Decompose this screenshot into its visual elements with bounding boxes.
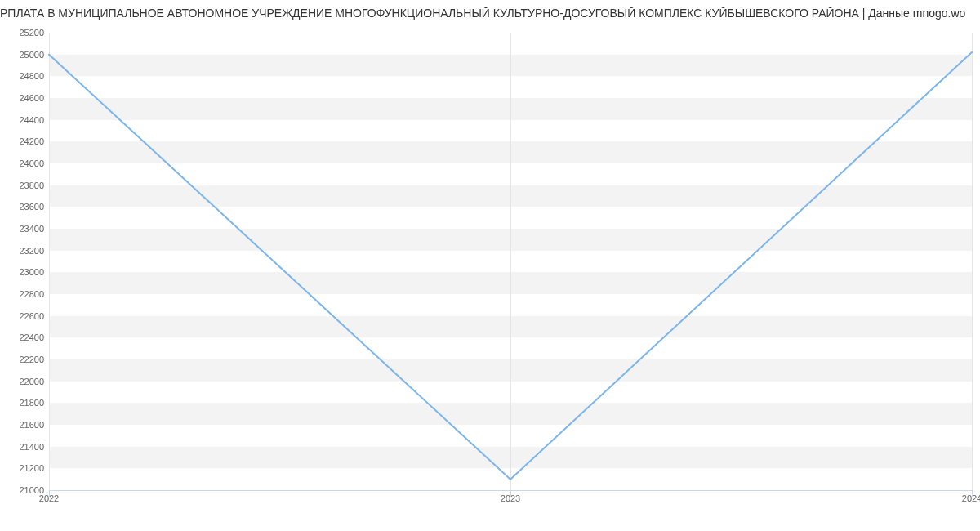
y-tick-label: 24000	[3, 158, 44, 168]
y-tick-label: 24800	[3, 71, 44, 81]
x-tick-mark	[972, 490, 973, 497]
y-tick-label: 22800	[3, 289, 44, 299]
y-tick-label: 22000	[3, 377, 44, 386]
y-tick-label: 21600	[3, 420, 44, 430]
x-tick-mark	[49, 490, 50, 497]
line-series-svg	[49, 33, 972, 490]
y-tick-label: 23600	[3, 202, 44, 212]
chart-title: РПЛАТА В МУНИЦИПАЛЬНОЕ АВТОНОМНОЕ УЧРЕЖД…	[0, 7, 980, 20]
y-tick-label: 25000	[3, 50, 44, 60]
chart-container: РПЛАТА В МУНИЦИПАЛЬНОЕ АВТОНОМНОЕ УЧРЕЖД…	[0, 0, 980, 531]
series-line	[49, 52, 972, 480]
y-tick-label: 22200	[3, 355, 44, 364]
y-tick-label: 23400	[3, 224, 44, 234]
y-tick-label: 21800	[3, 398, 44, 408]
y-tick-label: 23800	[3, 181, 44, 190]
y-tick-label: 23000	[3, 267, 44, 277]
x-tick-label: 2024	[962, 493, 980, 503]
y-tick-label: 21200	[3, 463, 44, 473]
y-tick-label: 23200	[3, 246, 44, 256]
y-tick-label: 24200	[3, 136, 44, 146]
y-tick-label: 22400	[3, 332, 44, 342]
x-tick-mark	[510, 490, 511, 497]
y-tick-label: 22600	[3, 311, 44, 321]
y-tick-label: 21000	[3, 485, 44, 495]
y-tick-label: 25200	[3, 28, 44, 38]
y-tick-label: 24600	[3, 93, 44, 103]
y-tick-label: 21400	[3, 442, 44, 452]
x-gridline	[972, 33, 973, 490]
y-tick-label: 24400	[3, 115, 44, 125]
plot-area	[49, 33, 972, 490]
